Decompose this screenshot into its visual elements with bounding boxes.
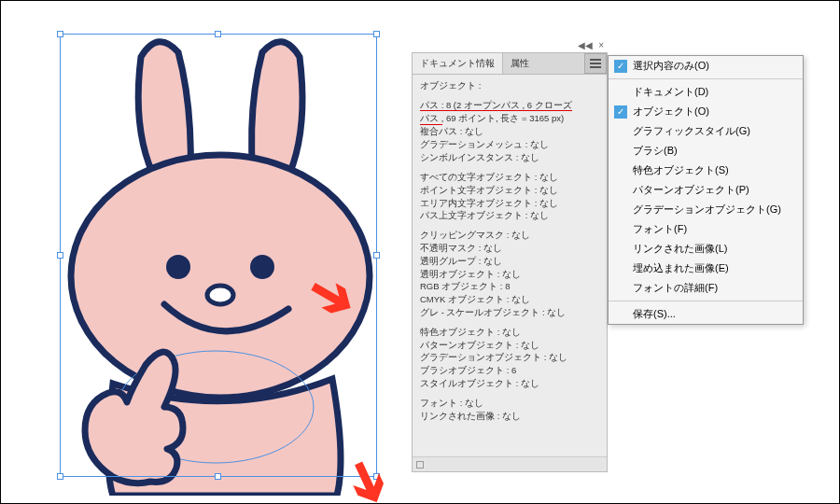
rgb-obj: RGB オブジェクト : 8: [420, 281, 599, 293]
area-text-obj: エリア内文字オブジェクト : なし: [420, 198, 599, 210]
handle-top-left[interactable]: [57, 31, 63, 37]
menu-save[interactable]: 保存(S)...: [609, 304, 803, 324]
linked-images: リンクされた画像 : なし: [420, 411, 599, 423]
handle-mid-right[interactable]: [373, 252, 380, 259]
font-count: フォント : なし: [420, 398, 599, 410]
menu-object[interactable]: オブジェクト(O): [609, 102, 803, 121]
style-obj: スタイルオブジェクト : なし: [420, 378, 599, 390]
menu-document[interactable]: ドキュメント(D): [609, 82, 803, 102]
symbol-instance: シンボルインスタンス : なし: [420, 152, 599, 164]
transparent-obj: 透明オブジェクト : なし: [420, 269, 599, 281]
panel-menu-button[interactable]: [584, 53, 607, 74]
object-label: オブジェクト :: [420, 80, 599, 92]
handle-top-mid[interactable]: [215, 31, 221, 37]
menu-spot-object[interactable]: 特色オブジェクト(S): [609, 161, 803, 180]
check-icon: [614, 105, 627, 119]
opacity-mask: 不透明マスク : なし: [420, 243, 599, 255]
menu-separator: [609, 78, 803, 79]
menu-font[interactable]: フォント(F): [609, 219, 803, 239]
brush-obj: ブラシオブジェクト : 6: [420, 365, 599, 377]
menu-graphic-style[interactable]: グラフィックスタイル(G): [609, 121, 803, 141]
menu-brush[interactable]: ブラシ(B): [609, 141, 803, 161]
all-text-obj: すべての文字オブジェクト : なし: [420, 172, 599, 184]
panel-close-icon[interactable]: ×: [598, 40, 604, 50]
gradient-obj: グラデーションオブジェクト : なし: [420, 352, 599, 364]
clipping-mask: クリッピングマスク : なし: [420, 230, 599, 242]
handle-bot-left[interactable]: [57, 473, 63, 480]
menu-pattern-object[interactable]: パターンオブジェクト(P): [609, 180, 803, 200]
menu-separator: [609, 301, 803, 301]
menu-gradient-object[interactable]: グラデーションオブジェクト(G): [609, 200, 803, 219]
handle-bot-mid[interactable]: [215, 473, 221, 480]
compound-path: 複合パス : なし: [420, 126, 599, 138]
menu-linked-image[interactable]: リンクされた画像(L): [609, 239, 803, 259]
panel-window-controls: ◀◀ ×: [412, 38, 608, 52]
path-text-obj: パス上文字オブジェクト : なし: [420, 210, 599, 222]
transparent-group: 透明グループ : なし: [420, 256, 599, 268]
panel-footer: [413, 456, 607, 471]
panel-flyout-menu: 選択内容のみ(O) ドキュメント(D) オブジェクト(O) グラフィックスタイル…: [608, 55, 804, 325]
check-icon: [614, 60, 627, 73]
menu-embedded-image[interactable]: 埋め込まれた画像(E): [609, 259, 803, 278]
handle-mid-left[interactable]: [57, 252, 63, 259]
document-info-panel: ドキュメント情報 属性 オブジェクト : パス : 8 (2 オープンパス , …: [412, 52, 608, 472]
cmyk-obj: CMYK オブジェクト : なし: [420, 294, 599, 306]
panel-tabs: ドキュメント情報 属性: [413, 53, 607, 75]
path-summary-line1: パス : 8 (2 オープンパス , 6 クローズ: [420, 100, 599, 112]
path-summary-line2: パス , 69 ポイント, 長さ = 3165 px): [420, 113, 599, 126]
footer-swatch-icon[interactable]: [416, 461, 424, 469]
spot-color-obj: 特色オブジェクト : なし: [420, 327, 599, 339]
grayscale-obj: グレ - スケールオブジェクト : なし: [420, 307, 599, 319]
panel-collapse-icon[interactable]: ◀◀: [578, 40, 593, 50]
handle-top-right[interactable]: [373, 31, 380, 37]
pattern-obj: パターンオブジェクト : なし: [420, 340, 599, 352]
menu-font-detail[interactable]: フォントの詳細(F): [609, 278, 803, 298]
canvas-area[interactable]: ➔ ➔: [1, 1, 412, 504]
tab-attributes[interactable]: 属性: [503, 53, 537, 74]
tab-document-info[interactable]: ドキュメント情報: [413, 53, 503, 74]
menu-selection-only[interactable]: 選択内容のみ(O): [609, 56, 803, 76]
panel-body: オブジェクト : パス : 8 (2 オープンパス , 6 クローズ パス , …: [413, 75, 607, 429]
point-text-obj: ポイント文字オブジェクト : なし: [420, 185, 599, 197]
gradient-mesh: グラデーションメッシュ : なし: [420, 139, 599, 151]
